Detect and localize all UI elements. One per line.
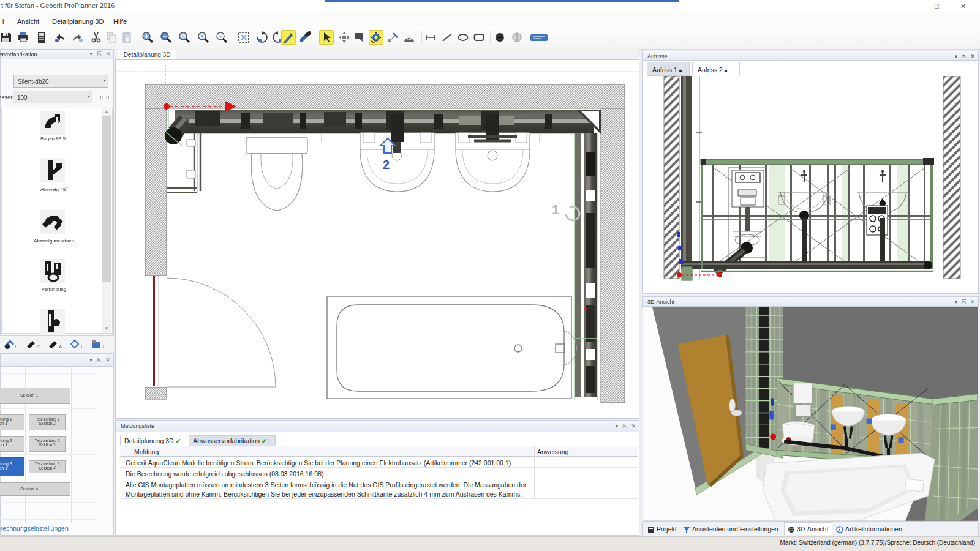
svg-text:L: L <box>103 344 106 350</box>
svg-text:2: 2 <box>383 158 390 171</box>
svg-text:1: 1 <box>552 202 559 217</box>
svg-text:L: L <box>15 344 18 350</box>
svg-text:L: L <box>81 344 84 350</box>
svg-text:A: A <box>59 344 62 350</box>
svg-text:G: G <box>37 344 40 350</box>
